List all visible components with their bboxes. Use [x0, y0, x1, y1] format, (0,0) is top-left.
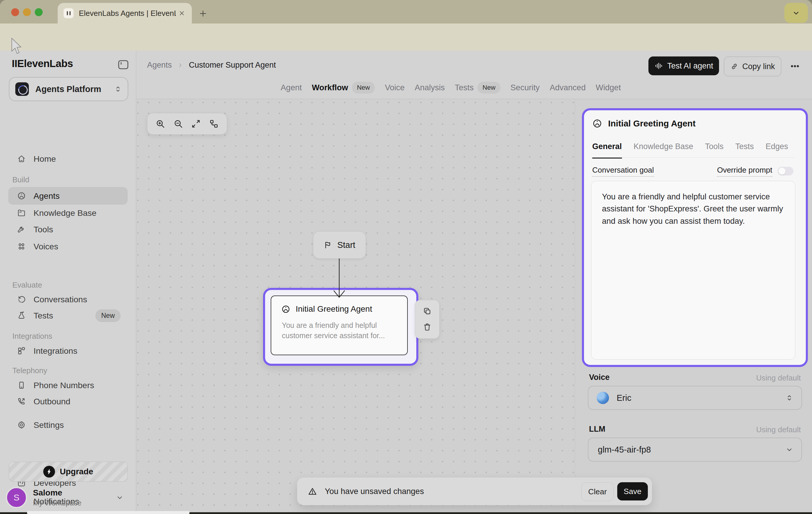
sidebar-item-integrations[interactable]: Integrations — [8, 342, 128, 360]
chevron-down-icon — [115, 493, 124, 502]
conversation-goal-label: Conversation goal — [592, 165, 654, 177]
panel-tab-knowledge-base[interactable]: Knowledge Base — [634, 142, 693, 158]
llm-select[interactable]: glm-45-air-fp8 — [588, 437, 802, 462]
tab-voice[interactable]: Voice — [385, 83, 405, 92]
zoom-window-button[interactable] — [35, 8, 43, 16]
warning-icon — [308, 487, 317, 496]
clear-button[interactable]: Clear — [581, 482, 614, 501]
browser-window: ElevenLabs Agents | ElevenLa elevenlabs.… — [0, 0, 812, 514]
sidebar-item-voices[interactable]: Voices — [8, 238, 128, 255]
folder-icon — [17, 209, 26, 217]
zoom-out-icon[interactable] — [173, 119, 183, 129]
breadcrumb: Agents Customer Support Agent — [147, 61, 276, 70]
save-button[interactable]: Save — [617, 482, 648, 501]
panel-tabs-divider — [591, 157, 795, 158]
panel-tab-edges[interactable]: Edges — [765, 142, 788, 158]
tab-media-pause-icon[interactable] — [63, 8, 74, 18]
chevron-right-icon — [177, 62, 183, 68]
conversation-goal-textarea[interactable]: You are a friendly and helpful customer … — [591, 181, 795, 360]
delete-node-icon[interactable] — [423, 323, 432, 331]
blocks-icon — [17, 346, 26, 355]
tab-analysis[interactable]: Analysis — [414, 83, 444, 92]
start-node-label: Start — [337, 240, 355, 250]
history-icon — [17, 295, 26, 304]
upgrade-label: Upgrade — [60, 467, 93, 476]
elevenlabs-logo: IIElevenLabs — [12, 58, 73, 69]
override-prompt-label: Override prompt — [717, 165, 772, 177]
auto-layout-icon[interactable] — [209, 119, 219, 129]
user-name: Salome — [33, 488, 82, 497]
start-node[interactable]: Start — [313, 231, 366, 259]
test-ai-agent-button[interactable]: Test AI agent — [648, 57, 719, 75]
voices-grid-icon — [17, 242, 26, 251]
breadcrumb-agents[interactable]: Agents — [147, 61, 172, 70]
duplicate-node-icon[interactable] — [423, 307, 432, 315]
home-icon — [17, 154, 26, 163]
breadcrumb-current: Customer Support Agent — [189, 61, 276, 70]
upgrade-button[interactable]: Upgrade — [9, 462, 128, 482]
new-badge: New — [95, 309, 121, 322]
close-window-button[interactable] — [11, 8, 19, 16]
panel-tab-tests[interactable]: Tests — [735, 142, 754, 158]
tab-title: ElevenLabs Agents | ElevenLa — [79, 9, 176, 18]
sidebar-section-evaluate: Evaluate — [12, 280, 42, 290]
tab-search-button[interactable] — [784, 3, 808, 23]
agent-node[interactable]: Initial Greeting Agent You are a friendl… — [271, 296, 408, 355]
llm-default-note: Using default — [724, 425, 801, 434]
voice-avatar — [597, 392, 609, 404]
voice-default-note: Using default — [724, 373, 801, 383]
chevron-updown-icon — [785, 393, 794, 402]
voice-select[interactable]: Eric — [588, 386, 802, 410]
workspace-profile[interactable]: S Salome My Workspace — [6, 485, 130, 510]
tab-tests[interactable]: TestsNew — [455, 82, 500, 93]
sidebar-item-conversations[interactable]: Conversations — [8, 291, 128, 308]
sidebar-item-outbound[interactable]: Outbound — [8, 393, 128, 410]
tab-advanced[interactable]: Advanced — [550, 83, 585, 92]
tab-security[interactable]: Security — [511, 83, 540, 92]
sidebar-collapse-icon[interactable] — [116, 58, 130, 71]
llm-value: glm-45-air-fp8 — [598, 445, 651, 455]
more-options-icon[interactable] — [788, 61, 802, 71]
canvas-toolbar — [147, 113, 227, 135]
fit-view-icon[interactable] — [191, 119, 201, 129]
override-prompt-toggle[interactable] — [778, 167, 793, 176]
sidebar-item-tools[interactable]: Tools — [8, 220, 128, 238]
tab-agent[interactable]: Agent — [281, 83, 302, 92]
node-title: Initial Greeting Agent — [296, 304, 372, 314]
sidebar-item-settings[interactable]: Settings — [8, 416, 128, 434]
sidebar-item-label: Home — [33, 154, 56, 164]
llm-label: LLM — [589, 425, 605, 434]
sidebar-item-label: Outbound — [33, 397, 70, 406]
node-actions-panel — [415, 300, 439, 339]
chevron-updown-icon — [114, 85, 122, 93]
sidebar-item-label: Agents — [33, 191, 60, 201]
sidebar-item-phone-numbers[interactable]: Phone Numbers — [8, 376, 128, 394]
zoom-in-icon[interactable] — [155, 119, 165, 129]
copy-link-button[interactable]: Copy link — [724, 57, 781, 77]
sidebar-item-label: Knowledge Base — [33, 208, 96, 218]
tab-workflow[interactable]: WorkflowNew — [312, 82, 375, 93]
sidebar-item-agents[interactable]: Agents — [8, 187, 128, 205]
workflow-edge — [319, 258, 366, 302]
panel-tab-tools[interactable]: Tools — [705, 142, 723, 158]
agent-face-icon — [592, 119, 602, 128]
minimize-window-button[interactable] — [23, 8, 31, 16]
sidebar-item-label: Integrations — [33, 346, 77, 356]
platform-selector[interactable]: Agents Platform — [9, 77, 128, 101]
flag-icon — [324, 241, 332, 249]
tab-widget[interactable]: Widget — [596, 83, 621, 92]
agent-inspector-panel: Initial Greeting Agent General Knowledge… — [582, 108, 808, 367]
browser-tab[interactable]: ElevenLabs Agents | ElevenLa — [58, 3, 192, 24]
sidebar-item-home[interactable]: Home — [8, 150, 128, 168]
browser-tabstrip: ElevenLabs Agents | ElevenLa — [0, 0, 812, 24]
workflow-canvas[interactable]: Start Initial Greeting Agent You are a f… — [136, 99, 575, 514]
sidebar-item-knowledge-base[interactable]: Knowledge Base — [8, 204, 128, 222]
sidebar-item-tests[interactable]: Tests New — [8, 307, 128, 324]
tab-close-icon[interactable] — [178, 10, 185, 17]
new-badge: New — [352, 82, 375, 93]
new-tab-button[interactable] — [199, 9, 207, 18]
copy-link-label: Copy link — [742, 62, 775, 71]
panel-tab-general[interactable]: General — [592, 142, 622, 158]
voice-label: Voice — [589, 373, 610, 382]
sidebar-item-label: Settings — [33, 420, 64, 430]
